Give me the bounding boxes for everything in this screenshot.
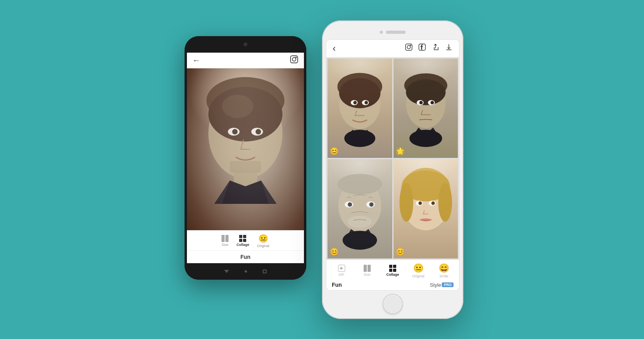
collage-icon-active — [389, 265, 396, 272]
style-label: Style — [430, 282, 441, 288]
iphone-facebook-icon[interactable] — [418, 43, 426, 53]
svg-rect-13 — [406, 44, 412, 51]
pro-badge: PRO — [442, 282, 454, 287]
svg-point-46 — [438, 183, 452, 222]
svg-point-50 — [431, 201, 435, 205]
iphone-tab-original[interactable]: 😐 Original — [408, 263, 428, 278]
iphone-tab-gif[interactable]: GIF — [332, 265, 351, 277]
iphone-nav-icons — [405, 43, 453, 53]
svg-point-40 — [342, 231, 377, 249]
svg-point-15 — [410, 45, 411, 46]
cell-3-emoji: 😊 — [330, 247, 338, 256]
iphone-style-badge[interactable]: Style PRO — [430, 281, 454, 289]
svg-point-1 — [292, 57, 296, 61]
svg-point-19 — [339, 78, 381, 108]
iphone-download-icon[interactable] — [445, 43, 453, 53]
android-fun-label: Fun — [240, 254, 251, 260]
svg-point-39 — [348, 216, 372, 228]
iphone-instagram-icon[interactable] — [405, 43, 413, 53]
android-tab-collage[interactable]: Collage — [236, 235, 249, 247]
android-recent-icon[interactable] — [263, 269, 267, 273]
cell-1-emoji: 😊 — [330, 147, 338, 156]
svg-point-22 — [353, 101, 357, 104]
iphone-speaker — [386, 31, 406, 34]
iphone-nav-left: ‹ — [333, 43, 336, 54]
iphone-back-icon[interactable]: ‹ — [333, 43, 336, 54]
iphone-tab-duo[interactable]: Duo — [357, 265, 377, 277]
original-emoji-icon: 😐 — [413, 263, 424, 273]
svg-point-7 — [222, 94, 253, 118]
svg-point-32 — [409, 130, 442, 147]
collage-cell-4: 😊 — [393, 159, 458, 258]
android-screen: ← — [187, 53, 304, 263]
iphone-front-camera — [380, 31, 383, 34]
iphone-tab-smile[interactable]: 😄 Smile — [434, 263, 454, 278]
cell-4-emoji: 😊 — [396, 247, 404, 256]
cell-2-emoji: 🌟 — [396, 147, 404, 156]
smile-emoji-icon: 😄 — [439, 263, 449, 273]
android-fun-bar: Fun — [187, 250, 304, 263]
svg-point-23 — [364, 101, 368, 104]
android-top-bar — [185, 36, 306, 53]
svg-point-31 — [430, 101, 434, 104]
svg-point-30 — [419, 101, 423, 104]
android-tab-duo-label: Duo — [222, 243, 229, 247]
svg-point-49 — [418, 201, 422, 205]
iphone-top-bar — [326, 25, 459, 39]
android-phone: ← — [185, 36, 306, 280]
svg-rect-12 — [230, 161, 261, 172]
svg-point-27 — [406, 79, 445, 105]
instagram-icon[interactable] — [290, 55, 298, 66]
iphone-tab-original-label: Original — [412, 274, 424, 278]
collage-cell-3: 😊 — [327, 159, 392, 258]
iphone-collage-grid: 😊 — [326, 57, 459, 260]
android-back-icon[interactable] — [224, 270, 229, 273]
iphone-fun-label[interactable]: Fun — [332, 282, 342, 288]
iphone-screen: ‹ — [326, 39, 459, 291]
iphone-tabs-row: GIF Duo — [329, 263, 457, 278]
svg-point-10 — [232, 129, 238, 134]
duo-icon — [364, 265, 371, 272]
android-tab-duo[interactable]: Duo — [221, 235, 229, 247]
svg-point-24 — [344, 130, 375, 147]
iphone-home-button[interactable] — [382, 294, 403, 314]
collage-cell-1: 😊 — [327, 59, 392, 158]
iphone: ‹ — [322, 20, 463, 319]
svg-point-37 — [348, 202, 352, 207]
svg-point-11 — [256, 129, 261, 134]
android-home-bar — [185, 263, 306, 280]
iphone-tab-duo-label: Duo — [364, 273, 371, 277]
iphone-share-icon[interactable] — [432, 43, 439, 53]
back-arrow-icon[interactable]: ← — [192, 56, 200, 65]
svg-point-14 — [407, 46, 410, 49]
iphone-fun-style-row: Fun Style PRO — [329, 280, 457, 289]
svg-point-2 — [296, 57, 296, 58]
iphone-tab-collage-label: Collage — [386, 273, 399, 277]
collage-cell-2: 🌟 — [393, 59, 458, 158]
android-home-icon[interactable] — [245, 270, 247, 273]
iphone-tabs-bar: GIF Duo — [326, 260, 459, 290]
android-tab-original[interactable]: 😐 Original — [257, 234, 269, 248]
svg-point-38 — [369, 202, 373, 207]
android-face-image — [187, 68, 304, 230]
android-nav-bar: ← — [187, 53, 304, 68]
svg-point-45 — [399, 183, 413, 222]
android-bottom-tabs: Duo Collage 😐 Original — [187, 230, 304, 250]
iphone-tab-collage[interactable]: Collage — [383, 265, 402, 277]
android-camera — [243, 42, 247, 46]
svg-rect-0 — [291, 55, 298, 62]
gif-icon — [338, 265, 345, 272]
svg-point-34 — [337, 174, 382, 194]
android-tab-collage-label: Collage — [236, 243, 249, 247]
iphone-tab-smile-label: Smile — [439, 274, 448, 278]
android-tab-original-label: Original — [257, 244, 269, 248]
iphone-nav-bar: ‹ — [326, 40, 459, 57]
iphone-tab-gif-label: GIF — [338, 273, 344, 277]
